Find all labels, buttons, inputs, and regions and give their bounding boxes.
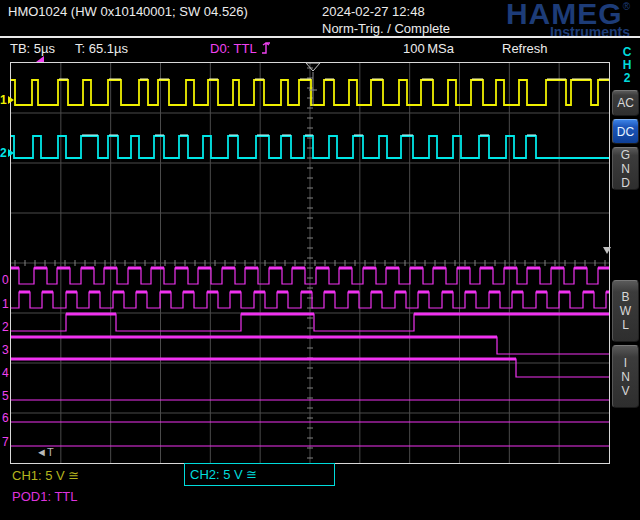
hameg-logo: HAMEG® Instruments [506,0,630,38]
header-divider [0,36,640,38]
trigger-status: Norm-Trig. / Complete [322,21,450,36]
trigger-time-readout: T: 65.1µs [75,41,128,56]
digital-channel-label: 4 [2,367,9,379]
waveform-canvas [11,63,609,463]
datetime: 2024-02-27 12:48 [322,4,425,19]
rising-edge-icon [261,41,275,55]
trigger-source-readout: D0: TTL [210,41,275,56]
coupling-ac-button[interactable]: AC [612,90,639,116]
trigger-time-marker: ◄T [36,446,54,458]
digital-channel-label: 2 [2,321,9,333]
digital-channel-label: 3 [2,344,9,356]
ch1-scale-readout: CH1: 5 V ≅ [12,468,79,483]
timebase-readout: TB: 5µs [10,41,55,56]
pod1-readout: POD1: TTL [12,489,78,504]
ch1-position-marker: 1 [0,93,14,107]
ch2-scale-readout: CH2: 5 V ≅ [184,463,335,486]
bandwidth-limit-button[interactable]: BWL [612,280,639,342]
oscilloscope-screen: HMO1024 (HW 0x10140001; SW 04.526) 2024-… [0,0,640,520]
digital-channel-label: 0 [2,274,9,286]
sidebar-channel-title: CH2 [619,46,635,85]
acquisition-mode-readout: Refresh [502,41,548,56]
registered-mark: ® [623,1,630,12]
waveform-display [10,62,610,464]
sample-rate-readout: 100 MSa [403,41,454,56]
arrow-right-icon [8,96,14,104]
invert-button[interactable]: INV [612,345,639,408]
digital-channel-label: 6 [2,412,9,424]
ch2-position-marker: 2 [0,146,14,160]
device-info: HMO1024 (HW 0x10140001; SW 04.526) [8,4,248,19]
digital-channel-label: 5 [2,390,9,402]
digital-channel-label: 1 [2,298,9,310]
digital-channel-label: 7 [2,436,9,448]
arrow-right-icon [8,149,14,157]
coupling-gnd-button[interactable]: GND [612,147,639,190]
coupling-dc-button[interactable]: DC [612,119,639,144]
